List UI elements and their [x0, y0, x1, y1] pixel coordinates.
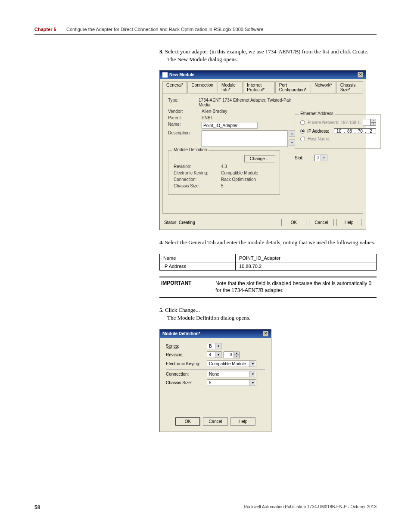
connection-label: Connection:	[166, 372, 207, 376]
page-header: Chapter 5 Configure the Adapter for Dire…	[34, 26, 377, 35]
spin-up-icon[interactable]: ▴	[371, 119, 376, 122]
cell-ip-value: 10.88.70.2	[236, 262, 377, 270]
step-subtext: The New Module dialog opens.	[167, 56, 377, 63]
revision-major-dropdown[interactable]: 4	[207, 352, 222, 358]
ip-address-radio[interactable]	[300, 129, 305, 134]
host-name-label: Host Name:	[308, 137, 330, 141]
eth-title: Ethernet Address	[299, 111, 335, 116]
ok-button[interactable]: OK	[281, 219, 306, 226]
revision-minor-spinner[interactable]	[224, 352, 234, 358]
important-label: IMPORTANT	[159, 280, 215, 295]
close-icon[interactable]: ✕	[263, 331, 268, 336]
scroll-up-icon[interactable]: ▴	[289, 131, 295, 137]
new-module-dialog: New Module ✕ General* Connection Module …	[159, 70, 366, 230]
chassis-size-value: 5	[221, 184, 224, 188]
chassis-size-label: Chassis Size:	[166, 380, 207, 385]
cancel-button[interactable]: Cancel	[203, 417, 228, 426]
step-3: 3. Select your adapter (in this example,…	[159, 48, 377, 63]
status-bar: Status: Creating OK Cancel Help	[160, 216, 366, 230]
tab-module-info[interactable]: Module Info*	[218, 81, 243, 93]
chapter-label: Chapter 5	[34, 27, 56, 32]
connection-label: Connection:	[174, 177, 221, 182]
important-callout: IMPORTANT Note that the slot field is di…	[159, 277, 377, 298]
private-net-octet[interactable]	[363, 119, 371, 126]
slot-dropdown: 0	[314, 155, 327, 161]
name-input[interactable]	[202, 122, 258, 129]
type-value: 1734-AENT 1734 Ethernet Adapter, Twisted…	[199, 98, 295, 107]
description-input[interactable]	[202, 131, 288, 147]
step-text: Select the General Tab and enter the mod…	[165, 239, 375, 246]
help-button[interactable]: Help	[336, 219, 361, 226]
tab-port-config[interactable]: Port Configuration*	[275, 81, 310, 93]
spin-down-icon[interactable]: ▾	[371, 122, 376, 126]
spin-up-icon[interactable]: ▴	[234, 352, 240, 355]
step-5: 5. Click Change... The Module Definition…	[159, 306, 377, 322]
connection-dropdown[interactable]: None	[207, 371, 256, 377]
revision-value: 4.3	[221, 164, 227, 169]
chassis-size-dropdown[interactable]: 5	[207, 380, 256, 386]
vendor-value: Allen-Bradley	[202, 109, 227, 114]
tab-internet-protocol[interactable]: Internet Protocol*	[243, 81, 274, 93]
chassis-size-label: Chassis Size:	[174, 184, 221, 188]
table-row: IP Address 10.88.70.2	[160, 262, 377, 270]
scroll-down-icon[interactable]: ▾	[289, 140, 295, 146]
step-number: 3.	[159, 48, 164, 55]
ethernet-address-group: Ethernet Address Private Network: 192.16…	[295, 114, 381, 149]
tab-network[interactable]: Network*	[311, 81, 336, 93]
step-number: 4.	[159, 239, 164, 246]
change-button[interactable]: Change ...	[244, 155, 275, 162]
parent-label: Parent:	[168, 115, 202, 120]
cell-name-value: POINT_IO_Adapter	[236, 254, 377, 262]
publication-info: Rockwell Automation Publication 1734-UM0…	[244, 504, 377, 510]
dialog-title: New Module	[169, 72, 194, 77]
status-text: Status: Creating	[164, 220, 195, 225]
moddef-group-title: Module Definition	[172, 147, 209, 152]
chapter-title: Configure the Adapter for Direct Connect…	[66, 27, 263, 32]
tab-strip: General* Connection Module Info* Interne…	[160, 79, 366, 93]
step-text: Select your adapter (in this example, we…	[165, 48, 368, 55]
dialog-icon: New Module	[162, 72, 194, 78]
desc-label: Description:	[168, 131, 202, 135]
ek-value: Compatible Module	[221, 171, 258, 175]
series-dropdown[interactable]: B	[207, 343, 222, 349]
step-subtext: The Module Definition dialog opens.	[167, 314, 377, 322]
tab-pane: Type:1734-AENT 1734 Ethernet Adapter, Tw…	[162, 93, 363, 214]
help-button[interactable]: Help	[230, 417, 255, 426]
step-text: Click Change...	[165, 307, 200, 313]
step-number: 5.	[159, 307, 164, 313]
ek-label: Electronic Keying:	[166, 361, 207, 366]
type-label: Type:	[168, 98, 199, 103]
cell-name-label: Name	[160, 254, 236, 262]
table-row: Name POINT_IO_Adapter	[160, 254, 377, 262]
step-4: 4. Select the General Tab and enter the …	[159, 239, 377, 246]
page-number: 58	[34, 504, 40, 510]
slot-label: Slot:	[295, 156, 314, 160]
series-label: Series:	[166, 344, 207, 348]
tab-chassis-size[interactable]: Chassis Size*	[336, 81, 363, 93]
tab-connection[interactable]: Connection	[187, 81, 217, 93]
spin-down-icon[interactable]: ▾	[234, 355, 240, 358]
title-bar: Module Definition* ✕	[160, 330, 271, 338]
important-text: Note that the slot field is disabled bec…	[215, 280, 377, 295]
vendor-label: Vendor:	[168, 109, 202, 114]
parent-value: ENBT	[202, 115, 213, 120]
page-footer: 58 Rockwell Automation Publication 1734-…	[34, 504, 377, 510]
close-icon[interactable]: ✕	[358, 72, 363, 78]
title-bar: New Module ✕	[160, 71, 366, 79]
cell-ip-label: IP Address	[160, 262, 236, 270]
ok-button[interactable]: OK	[175, 417, 200, 426]
private-network-radio[interactable]	[300, 120, 305, 125]
ek-dropdown[interactable]: Compatible Module	[207, 361, 256, 367]
name-label: Name:	[168, 122, 202, 127]
module-definition-group: Module Definition Change ... Revision:4.…	[168, 150, 280, 195]
ek-label: Electronic Keying:	[174, 171, 221, 175]
tab-general[interactable]: General*	[162, 81, 187, 93]
cancel-button[interactable]: Cancel	[309, 219, 334, 226]
ip-address-input[interactable]: 10.88.70.2	[334, 128, 376, 134]
private-network-label: Private Network:	[308, 120, 341, 125]
revision-label: Revision:	[174, 164, 221, 169]
host-name-radio[interactable]	[300, 137, 305, 141]
values-table: Name POINT_IO_Adapter IP Address 10.88.7…	[159, 254, 377, 271]
module-definition-dialog: Module Definition* ✕ Series: B Revision:…	[159, 329, 271, 432]
dialog-title: Module Definition*	[162, 331, 200, 336]
